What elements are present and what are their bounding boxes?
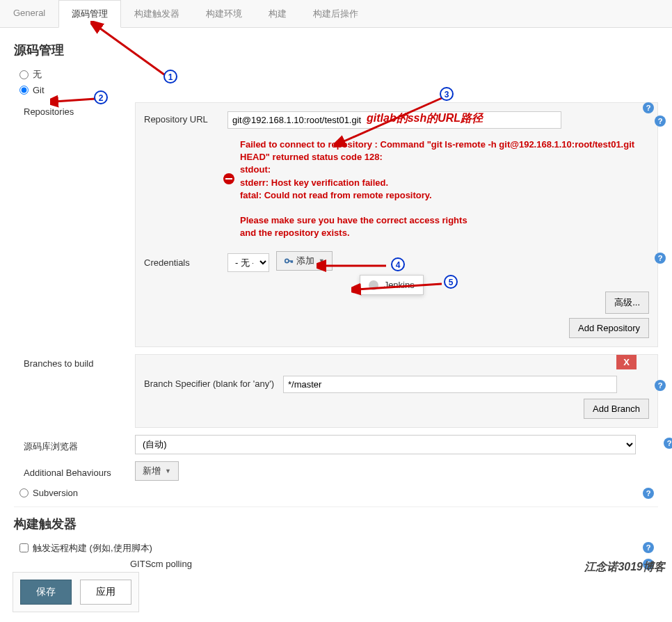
trigger-gitscm-label: GITScm polling <box>130 559 192 569</box>
watermark: 江念诺3019博客 <box>584 560 665 575</box>
add-behaviour-button[interactable]: 新增 <box>135 461 179 481</box>
add-branch-button[interactable]: Add Branch <box>584 399 649 419</box>
key-icon <box>284 256 294 266</box>
trigger-remote-checkbox[interactable] <box>19 543 29 552</box>
radio-none-label: 无 <box>33 68 42 81</box>
config-tabs: General 源码管理 构建触发器 构建环境 构建 构建后操作 <box>0 0 672 28</box>
help-icon[interactable]: ? <box>643 102 654 113</box>
help-icon[interactable]: ? <box>655 115 666 127</box>
jenkins-icon <box>369 280 378 290</box>
repo-url-input[interactable] <box>227 111 561 129</box>
branch-spec-input[interactable] <box>283 376 617 393</box>
radio-git[interactable] <box>19 86 29 95</box>
apply-button[interactable]: 应用 <box>80 580 131 582</box>
repo-url-label: Repository URL <box>144 111 227 125</box>
behaviours-label: Additional Behaviours <box>24 463 135 478</box>
credentials-label: Credentials <box>144 255 227 268</box>
trigger-remote-label: 触发远程构建 (例如,使用脚本) <box>33 542 152 555</box>
help-icon[interactable]: ? <box>655 380 666 391</box>
triggers-section-title: 构建触发器 <box>14 516 658 532</box>
bottom-action-bar: 保存 应用 <box>13 572 139 582</box>
repo-error-message: Failed to connect to repository : Comman… <box>227 138 649 240</box>
browser-label: 源码库浏览器 <box>24 436 135 453</box>
repositories-label: Repositories <box>24 102 135 117</box>
advanced-button[interactable]: 高级... <box>605 292 649 314</box>
branch-spec-label: Branch Specifier (blank for 'any') <box>144 376 283 389</box>
svg-point-0 <box>285 259 288 262</box>
help-icon[interactable]: ? <box>664 438 672 449</box>
scm-section-title: 源码管理 <box>14 42 658 58</box>
save-button[interactable]: 保存 <box>20 580 72 582</box>
tab-env[interactable]: 构建环境 <box>193 0 255 27</box>
radio-subversion[interactable] <box>19 488 29 497</box>
repo-browser-select[interactable]: (自动) <box>135 435 636 454</box>
help-icon[interactable]: ? <box>655 253 666 264</box>
error-icon <box>223 173 234 184</box>
credentials-dropdown[interactable]: Jenkins <box>360 275 424 296</box>
tab-scm[interactable]: 源码管理 <box>58 0 121 28</box>
jenkins-option[interactable]: Jenkins <box>384 280 415 290</box>
help-icon[interactable]: ? <box>643 488 654 499</box>
tab-general[interactable]: General <box>0 0 58 27</box>
help-icon[interactable]: ? <box>643 542 654 553</box>
tab-post[interactable]: 构建后操作 <box>300 0 371 27</box>
radio-git-label: Git <box>33 85 45 95</box>
delete-branch-button[interactable]: X <box>616 355 637 369</box>
tab-triggers[interactable]: 构建触发器 <box>121 0 193 27</box>
radio-subversion-label: Subversion <box>33 488 78 498</box>
radio-none[interactable] <box>19 70 29 79</box>
branches-label: Branches to build <box>24 354 135 369</box>
tab-build[interactable]: 构建 <box>255 0 300 27</box>
credentials-select[interactable]: - 无 - <box>227 253 269 272</box>
add-repository-button[interactable]: Add Repository <box>569 318 649 338</box>
add-credentials-button[interactable]: 添加 <box>276 251 333 271</box>
